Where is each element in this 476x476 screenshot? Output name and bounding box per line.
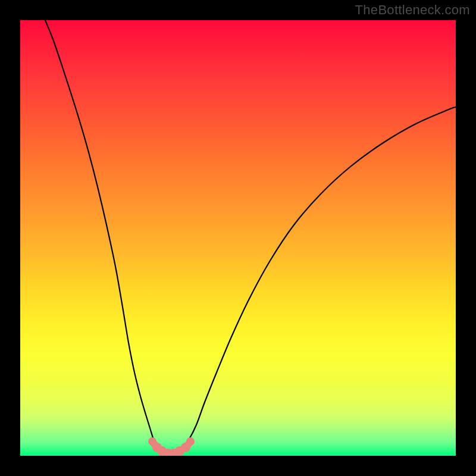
chart-frame: TheBottleneck.com: [0, 0, 476, 476]
watermark-label: TheBottleneck.com: [355, 2, 470, 18]
chart-svg: [20, 20, 456, 456]
bottleneck-curve: [45, 20, 158, 447]
plot-area: [20, 20, 456, 456]
bottleneck-curve: [183, 107, 456, 447]
valley-marker: [186, 437, 195, 446]
